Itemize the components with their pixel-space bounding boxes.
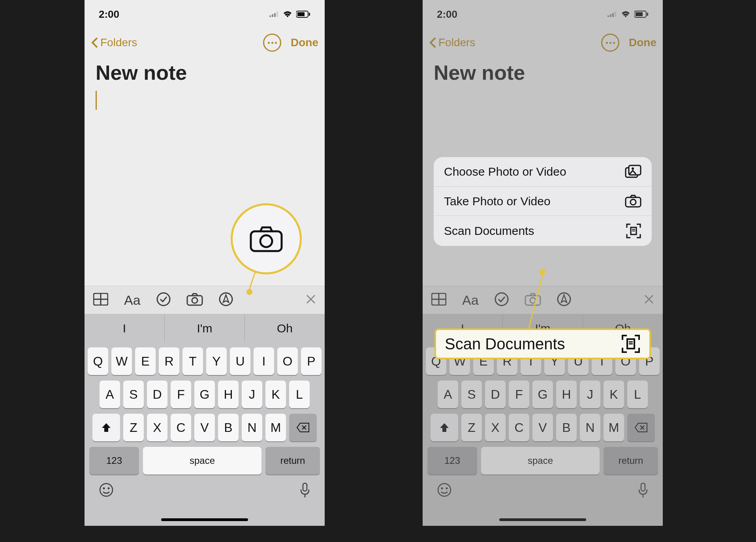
key-d[interactable]: D: [147, 381, 167, 408]
key-a[interactable]: A: [438, 381, 458, 408]
checklist-icon[interactable]: [495, 292, 509, 308]
key-k[interactable]: K: [604, 381, 624, 408]
key-x[interactable]: X: [147, 414, 167, 441]
checklist-icon[interactable]: [156, 292, 171, 308]
key-q[interactable]: Q: [88, 347, 108, 375]
key-l[interactable]: L: [627, 381, 648, 408]
svg-rect-21: [303, 483, 307, 491]
more-button[interactable]: [601, 34, 619, 52]
key-z[interactable]: Z: [461, 414, 482, 441]
key-shift[interactable]: [431, 414, 458, 441]
note-editor[interactable]: New note: [85, 58, 325, 112]
key-s[interactable]: S: [123, 381, 144, 408]
key-f[interactable]: F: [509, 381, 529, 408]
key-return[interactable]: return: [604, 447, 658, 474]
key-b[interactable]: B: [218, 414, 239, 441]
key-backspace[interactable]: [627, 414, 655, 441]
dictation-button[interactable]: [299, 482, 310, 500]
svg-rect-2: [274, 13, 276, 17]
markup-icon[interactable]: [557, 292, 571, 308]
home-indicator[interactable]: [161, 518, 248, 521]
camera-icon-active[interactable]: [525, 293, 541, 308]
back-button[interactable]: Folders: [429, 36, 475, 49]
menu-scan-documents[interactable]: Scan Documents: [434, 216, 652, 246]
key-v[interactable]: V: [532, 414, 553, 441]
key-r[interactable]: R: [159, 347, 179, 375]
suggestion-1[interactable]: I: [85, 314, 165, 343]
svg-rect-29: [615, 11, 616, 17]
key-l[interactable]: L: [289, 381, 310, 408]
markup-icon[interactable]: [219, 292, 233, 308]
svg-rect-1: [272, 14, 273, 17]
key-e[interactable]: E: [135, 347, 156, 375]
key-backspace[interactable]: [289, 414, 317, 441]
done-button[interactable]: Done: [291, 36, 318, 49]
clock: 2:00: [437, 8, 457, 21]
key-k[interactable]: K: [265, 381, 286, 408]
svg-point-45: [441, 488, 443, 489]
key-numbers[interactable]: 123: [89, 447, 139, 474]
table-icon[interactable]: [431, 293, 446, 307]
close-toolbar-icon[interactable]: [306, 294, 316, 306]
emoji-icon: [99, 482, 114, 497]
key-numbers[interactable]: 123: [427, 447, 477, 474]
suggestion-3[interactable]: Oh: [245, 314, 325, 343]
key-a[interactable]: A: [100, 381, 120, 408]
key-z[interactable]: Z: [123, 414, 144, 441]
table-icon[interactable]: [93, 293, 108, 307]
key-row-4: 123 space return: [88, 447, 322, 474]
back-button[interactable]: Folders: [91, 36, 137, 49]
ellipsis-icon: [606, 42, 615, 44]
key-f[interactable]: F: [171, 381, 191, 408]
text-format-icon[interactable]: Aa: [124, 293, 141, 308]
camera-menu: Choose Photo or Video Take Photo or Vide…: [434, 157, 652, 246]
key-j[interactable]: J: [242, 381, 262, 408]
key-b[interactable]: B: [556, 414, 577, 441]
microphone-icon: [299, 482, 310, 498]
key-m[interactable]: M: [265, 414, 286, 441]
key-i[interactable]: I: [254, 347, 274, 375]
notes-app-screen: 2:00 Folders Done New note: [85, 0, 325, 526]
home-indicator[interactable]: [499, 518, 586, 521]
key-g[interactable]: G: [194, 381, 215, 408]
suggestion-2[interactable]: I'm: [165, 314, 245, 343]
key-u[interactable]: U: [230, 347, 250, 375]
key-p[interactable]: P: [301, 347, 322, 375]
more-button[interactable]: [263, 34, 281, 52]
key-h[interactable]: H: [556, 381, 577, 408]
key-n[interactable]: N: [242, 414, 262, 441]
key-space[interactable]: space: [481, 447, 600, 474]
text-format-icon[interactable]: Aa: [462, 293, 479, 308]
key-h[interactable]: H: [218, 381, 239, 408]
camera-icon[interactable]: [186, 293, 203, 308]
status-bar: 2:00: [423, 0, 663, 28]
key-return[interactable]: return: [265, 447, 320, 474]
key-t[interactable]: T: [182, 347, 203, 375]
key-o[interactable]: O: [277, 347, 298, 375]
emoji-button[interactable]: [437, 482, 452, 500]
key-g[interactable]: G: [532, 381, 553, 408]
key-n[interactable]: N: [580, 414, 600, 441]
emoji-button[interactable]: [99, 482, 114, 500]
dictation-button[interactable]: [638, 482, 649, 500]
key-shift[interactable]: [92, 414, 120, 441]
key-y[interactable]: Y: [206, 347, 227, 375]
note-editor[interactable]: New note: [423, 58, 663, 87]
key-d[interactable]: D: [485, 381, 506, 408]
backspace-icon: [634, 422, 648, 433]
key-s[interactable]: S: [461, 381, 482, 408]
key-c[interactable]: C: [509, 414, 529, 441]
key-j[interactable]: J: [580, 381, 600, 408]
menu-choose-photo[interactable]: Choose Photo or Video: [434, 157, 652, 186]
done-button[interactable]: Done: [629, 36, 656, 49]
key-c[interactable]: C: [171, 414, 191, 441]
highlight-dot: [246, 289, 252, 295]
key-v[interactable]: V: [194, 414, 215, 441]
menu-take-photo[interactable]: Take Photo or Video: [434, 186, 652, 216]
key-w[interactable]: W: [111, 347, 132, 375]
key-x[interactable]: X: [485, 414, 506, 441]
key-m[interactable]: M: [604, 414, 624, 441]
svg-point-18: [100, 484, 113, 496]
key-space[interactable]: space: [143, 447, 261, 474]
close-toolbar-icon[interactable]: [644, 294, 654, 306]
